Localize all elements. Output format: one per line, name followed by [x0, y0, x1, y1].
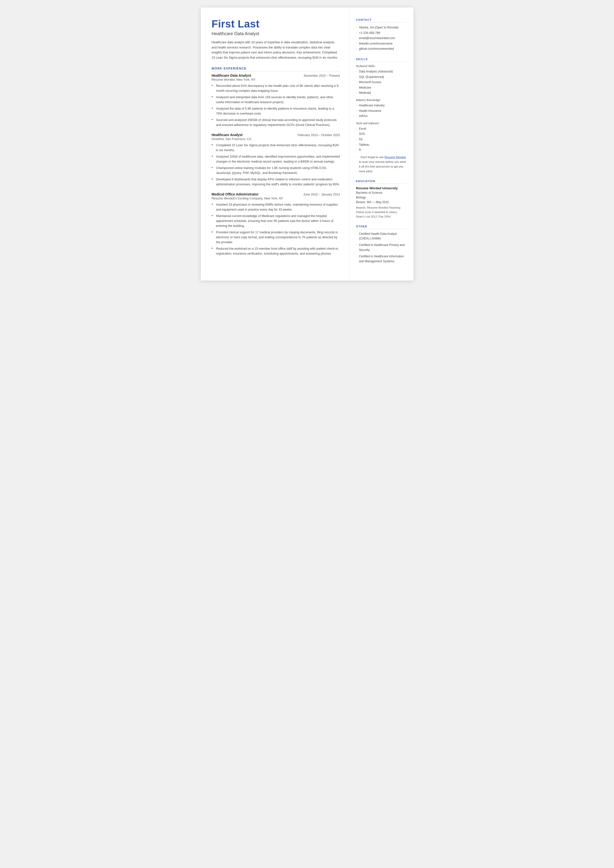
contact-phone: +1-234-456-789 — [356, 30, 406, 36]
right-column: CONTACT Atlanta, GA (Open to Remote) +1-… — [349, 8, 414, 281]
skill-1-2: SQL (Experienced) — [356, 75, 406, 80]
job-bullets-3: Assisted 19 physicians in reviewing EMRs… — [212, 202, 340, 256]
job-bullets-2: Completed 15 Lean Six Sigma projects tha… — [212, 143, 340, 187]
skill-1-4: Medicare — [356, 85, 406, 90]
skill-3-5: R — [356, 148, 406, 153]
contact-github: github.com/resumeworded — [356, 46, 406, 52]
contact-email: email@resumeworded.com — [356, 36, 406, 41]
bullet-3-1: Assisted 19 physicians in reviewing EMRs… — [212, 202, 340, 212]
skills-note: · Don't forget to use Resume Worded to s… — [356, 155, 406, 174]
skill-3-3: 5S — [356, 137, 406, 142]
bullet-2-4: Developed 8 dashboards that display KPIs… — [212, 177, 340, 187]
edu-awards: Awards: Resume Worded Teaching Fellow (o… — [356, 206, 406, 219]
resume-worded-link[interactable]: Resume Worded — [385, 156, 406, 158]
bullet-3-4: Reduced the workload on a 15-member fron… — [212, 246, 340, 256]
bullet-2-2: Analyzed 10GB of healthcare data, identi… — [212, 154, 340, 164]
skill-1-1: Data Analysis (Advanced) — [356, 69, 406, 75]
job-company-3: Resume Worded's Exciting Company, New Yo… — [212, 197, 340, 200]
contact-linkedin: linkedin.com/in/username — [356, 41, 406, 47]
job-header-3: Medical Office Administrator June 2010 –… — [212, 192, 340, 196]
skills-section: SKILLS Technical Skills: Data Analysis (… — [356, 57, 406, 174]
job-company-2: Growthsi, San Francisco, CA — [212, 137, 340, 141]
job-title-1: Healthcare Data Analyst — [212, 73, 251, 78]
job-block-3: Medical Office Administrator June 2010 –… — [212, 192, 340, 256]
bullet-1-4: Sourced and analyzed 200GB of clinical t… — [212, 118, 340, 127]
bullet-1-1: Reconciled about 91% discrepancy in the … — [212, 83, 340, 93]
skill-2-2: Health Insurance — [356, 109, 406, 114]
other-section: OTHER Certified Health Data Analyst (CHD… — [356, 225, 406, 264]
other-item-2: Certified in Healthcare Privacy and Secu… — [356, 243, 406, 253]
job-block-2: Healthcare Analyst February 2013 – Octob… — [212, 133, 340, 187]
left-column: First Last Healthcare Data Analyst Healt… — [201, 8, 349, 281]
bullet-3-3: Provided clerical support for 17 medical… — [212, 230, 340, 245]
edu-degree: Bachelor of Science — [356, 191, 406, 195]
skill-1-3: Microsoft Access — [356, 80, 406, 85]
other-item-1: Certified Health Data Analyst (CHDA) | A… — [356, 231, 406, 242]
skills-category-3: Tools and Software: — [356, 121, 406, 125]
job-header-2: Healthcare Analyst February 2013 – Octob… — [212, 133, 340, 137]
other-item-3: Certified in Healthcare Information and … — [356, 254, 406, 264]
skills-category-1: Technical Skills: — [356, 64, 406, 68]
job-header-1: Healthcare Data Analyst November 2015 – … — [212, 73, 340, 78]
bullet-1-2: Analyzed and interpreted data from 159 s… — [212, 95, 340, 105]
skills-heading: SKILLS — [356, 57, 406, 62]
bullet-3-2: Maintained current knowledge of Medicare… — [212, 214, 340, 228]
other-heading: OTHER — [356, 225, 406, 229]
edu-school: Resume Worded University — [356, 186, 406, 190]
skill-3-1: Excel — [356, 126, 406, 132]
job-dates-1: November 2015 – Present — [304, 74, 340, 78]
education-heading: EDUCATION — [356, 180, 406, 184]
skill-3-4: Tableau — [356, 142, 406, 148]
work-experience-heading: WORK EXPERIENCE — [212, 67, 340, 71]
resume-page: First Last Healthcare Data Analyst Healt… — [201, 8, 414, 281]
skills-category-2: Industry Knowledge: — [356, 98, 406, 102]
job-company-1: Resume Worded, New York, NY — [212, 78, 340, 81]
contact-location: Atlanta, GA (Open to Remote) — [356, 25, 406, 30]
job-bullets-1: Reconciled about 91% discrepancy in the … — [212, 83, 340, 127]
job-block-1: Healthcare Data Analyst November 2015 – … — [212, 73, 340, 127]
bullet-2-1: Completed 15 Lean Six Sigma projects tha… — [212, 143, 340, 153]
skill-3-2: SAS — [356, 131, 406, 137]
skill-1-5: Medicaid — [356, 90, 406, 96]
contact-heading: CONTACT — [356, 18, 406, 23]
job-title-2: Healthcare Analyst — [212, 133, 243, 137]
education-section: EDUCATION Resume Worded University Bache… — [356, 180, 406, 219]
summary-text: Healthcare data analyst with 10 years of… — [212, 40, 340, 61]
skill-2-1: Healthcare Industry — [356, 103, 406, 109]
edu-field: Biology — [356, 195, 406, 200]
bullet-1-3: Analyzed the data of 5.9K patients to id… — [212, 106, 340, 116]
bullet-2-3: Championed online training modules for 1… — [212, 166, 340, 175]
contact-section: CONTACT Atlanta, GA (Open to Remote) +1-… — [356, 18, 406, 52]
job-dates-2: February 2013 – October 2015 — [298, 134, 340, 137]
job-title-3: Medical Office Administrator — [212, 192, 259, 196]
full-name: First Last — [212, 18, 340, 30]
skill-2-3: HIPAA — [356, 113, 406, 119]
job-title: Healthcare Data Analyst — [212, 31, 340, 36]
job-dates-3: June 2010 – January 2013 — [303, 193, 340, 196]
edu-location-date: Boston, MA — May 2010 — [356, 200, 406, 205]
